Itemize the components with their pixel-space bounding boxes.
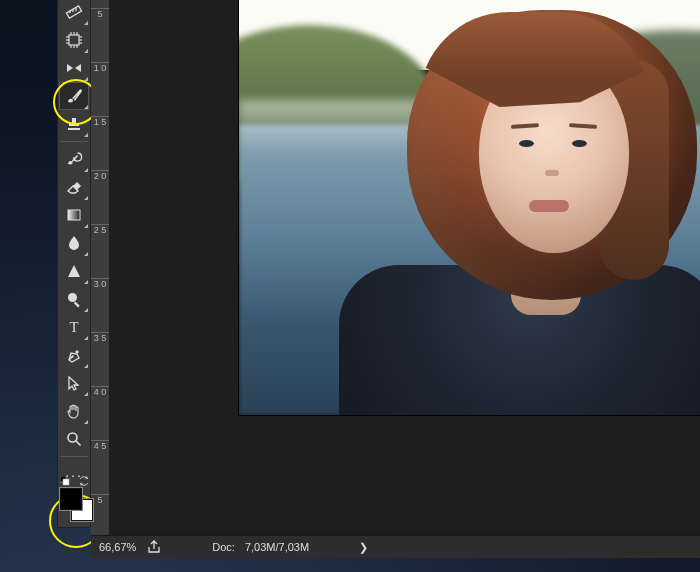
history-brush-icon <box>65 150 83 168</box>
ruler-icon <box>65 3 83 21</box>
zoom-tool[interactable] <box>59 285 89 313</box>
svg-rect-20 <box>74 302 80 308</box>
photoshop-app-window: T ... <box>4 0 700 568</box>
type-tool[interactable]: T <box>59 313 89 341</box>
magnifier-outline-icon <box>65 430 83 448</box>
share-button[interactable] <box>146 539 162 555</box>
zoom-level[interactable]: 66,67% <box>99 541 136 553</box>
ruler-tick: 1 5 <box>91 116 109 127</box>
history-brush-tool[interactable] <box>59 145 89 173</box>
ruler-tick: 2 0 <box>91 170 109 181</box>
blur-tool[interactable] <box>59 229 89 257</box>
magnify-tool[interactable] <box>59 425 89 453</box>
clone-stamp-tool[interactable] <box>59 110 89 138</box>
svg-rect-0 <box>66 6 81 18</box>
svg-rect-26 <box>63 479 69 485</box>
doc-size-label: Doc: <box>212 541 235 553</box>
ruler-tool[interactable] <box>59 0 89 26</box>
bowtie-icon <box>65 59 83 77</box>
dodge-tool[interactable] <box>59 257 89 285</box>
chip-icon <box>65 31 83 49</box>
slice-tool[interactable] <box>59 54 89 82</box>
pen-tool[interactable] <box>59 341 89 369</box>
ruler-tick: 4 5 <box>91 440 109 451</box>
eraser-icon <box>65 178 83 196</box>
brush-tool[interactable] <box>59 82 89 110</box>
type-icon: T <box>65 318 83 336</box>
ruler-tick: 1 0 <box>91 62 109 73</box>
document-window: 5 1 0 1 5 2 0 2 5 3 0 3 5 4 0 4 5 5 <box>91 0 700 536</box>
gradient-tool[interactable] <box>59 201 89 229</box>
vertical-ruler[interactable]: 5 1 0 1 5 2 0 2 5 3 0 3 5 4 0 4 5 5 <box>91 0 110 536</box>
open-image[interactable] <box>239 0 700 415</box>
svg-rect-4 <box>69 35 79 45</box>
artboard-tool[interactable] <box>59 26 89 54</box>
svg-point-23 <box>68 433 77 442</box>
svg-text:T: T <box>69 319 78 335</box>
status-bar: 66,67% Doc: 7,03M/7,03M ❯ <box>91 535 700 558</box>
doc-size-value: 7,03M/7,03M <box>245 541 309 553</box>
eraser-tool[interactable] <box>59 173 89 201</box>
svg-point-22 <box>71 355 73 357</box>
swap-icon <box>79 476 89 486</box>
pen-icon <box>65 346 83 364</box>
ruler-tick: 5 <box>91 494 109 505</box>
gradient-icon <box>65 206 83 224</box>
svg-rect-18 <box>68 210 80 220</box>
hand-tool[interactable] <box>59 397 89 425</box>
foreground-color-swatch[interactable] <box>60 488 82 510</box>
droplet-icon <box>65 234 83 252</box>
ruler-tick: 2 5 <box>91 224 109 235</box>
tool-palette: T ... <box>57 0 91 528</box>
color-swatches <box>57 484 91 524</box>
svg-line-24 <box>76 441 81 446</box>
status-expand-button[interactable]: ❯ <box>359 541 368 554</box>
ruler-tick: 5 <box>91 8 109 19</box>
canvas-area[interactable] <box>109 0 700 536</box>
path-selection-tool[interactable] <box>59 369 89 397</box>
default-swatch-icon <box>60 476 70 486</box>
magnifier-solid-icon <box>65 290 83 308</box>
hand-icon <box>65 402 83 420</box>
svg-point-19 <box>68 293 77 302</box>
default-colors-button[interactable] <box>60 476 70 486</box>
stamp-icon <box>65 115 83 133</box>
ruler-tick: 3 5 <box>91 332 109 343</box>
ruler-tick: 3 0 <box>91 278 109 289</box>
share-icon <box>147 540 161 554</box>
brush-icon <box>65 87 83 105</box>
ruler-tick: 4 0 <box>91 386 109 397</box>
svg-rect-17 <box>68 128 80 130</box>
triangle-icon <box>65 262 83 280</box>
swap-colors-button[interactable] <box>79 476 89 488</box>
arrow-cursor-icon <box>65 374 83 392</box>
